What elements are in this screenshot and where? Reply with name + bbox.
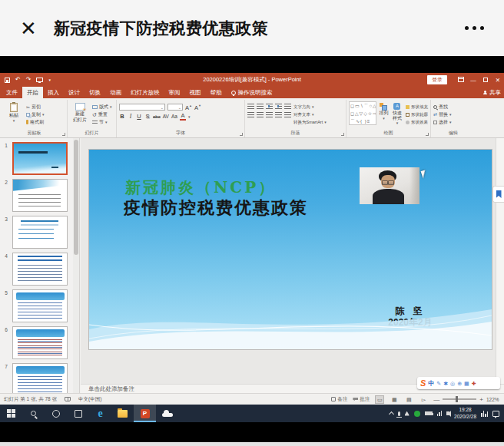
slide-thumbnail-3[interactable]: 3	[0, 216, 73, 249]
tell-me-search[interactable]: 操作说明搜索	[227, 87, 277, 98]
columns-icon[interactable]	[284, 112, 291, 118]
bold-button[interactable]: B	[119, 114, 125, 120]
edge-taskbar-button[interactable]: e	[89, 405, 111, 422]
action-center-icon[interactable]	[492, 411, 499, 417]
arrange-button[interactable]: 排列▾	[379, 101, 389, 130]
paragraph-dialog-launcher[interactable]	[341, 133, 344, 136]
select-button[interactable]: 选择▾	[433, 119, 452, 125]
zoom-percentage[interactable]: 122%	[486, 397, 500, 402]
italic-button[interactable]: I	[128, 114, 134, 120]
shape-effects-button[interactable]: 形状效果	[406, 119, 428, 125]
slide-sorter-view-button[interactable]: ▦	[390, 395, 399, 404]
clipboard-dialog-launcher[interactable]	[62, 133, 65, 136]
layout-button[interactable]: 版式▾	[92, 104, 112, 110]
maximize-button[interactable]	[479, 77, 492, 84]
language-indicator[interactable]: 中文(中国)	[78, 396, 101, 403]
ime-toolbox-icon[interactable]: ✚	[472, 381, 476, 386]
ime-keyboard-icon[interactable]: ▦	[464, 381, 469, 386]
shape-fill-button[interactable]: 形状填充	[406, 104, 428, 110]
strikethrough-button[interactable]: abc	[153, 114, 161, 119]
input-indicator-icon[interactable]	[481, 411, 488, 417]
line-spacing-icon[interactable]	[284, 104, 291, 110]
reading-view-button[interactable]: ▤	[404, 395, 413, 404]
copy-button[interactable]: 复制▾	[26, 111, 45, 117]
microphone-tray-icon[interactable]	[398, 411, 400, 416]
network-icon[interactable]	[437, 411, 443, 416]
tab-transitions[interactable]: 切换	[85, 87, 105, 98]
tab-slideshow[interactable]: 幻灯片放映	[126, 87, 164, 98]
task-view-button[interactable]	[67, 405, 89, 422]
tab-home[interactable]: 开始	[22, 87, 43, 98]
ime-symbol-icon[interactable]: ✱	[443, 381, 448, 386]
battery-icon[interactable]	[425, 411, 433, 415]
increase-indent-icon[interactable]	[275, 104, 282, 110]
sogou-logo-icon[interactable]: S	[420, 379, 426, 388]
minimize-button[interactable]: —	[467, 77, 479, 84]
file-explorer-taskbar-button[interactable]	[111, 405, 134, 422]
align-text-button[interactable]: 对齐文本▾	[293, 111, 337, 117]
powerpoint-taskbar-button[interactable]: P	[134, 405, 156, 422]
section-button[interactable]: 节▾	[92, 119, 112, 125]
reset-button[interactable]: ↺重置	[92, 111, 112, 117]
align-left-icon[interactable]	[247, 112, 254, 118]
justify-icon[interactable]	[275, 112, 282, 118]
taskbar-search-button[interactable]	[22, 405, 45, 422]
convert-smartart-button[interactable]: 转换为SmartArt▾	[293, 119, 337, 125]
slide-thumbnail-6[interactable]: 6	[0, 326, 73, 359]
font-size-select[interactable]: ⌄	[167, 104, 183, 111]
notification-bell-icon[interactable]	[405, 411, 410, 416]
cut-button[interactable]: ✂剪切	[26, 104, 45, 110]
ime-chinese-mode[interactable]: 中	[428, 379, 434, 388]
find-button[interactable]: 查找	[433, 104, 452, 110]
zoom-in-button[interactable]: +	[479, 396, 483, 403]
slideshow-view-button[interactable]: ▻	[419, 395, 428, 404]
tray-expand-icon[interactable]	[390, 411, 393, 416]
tab-help[interactable]: 帮助	[206, 87, 227, 98]
zoom-out-button[interactable]: —	[433, 396, 439, 403]
drawing-dialog-launcher[interactable]	[426, 133, 429, 136]
zoom-slider[interactable]	[443, 398, 476, 400]
bullets-icon[interactable]	[247, 104, 254, 110]
ribbon-display-options-icon[interactable]	[455, 76, 467, 84]
canvas-scrollbar[interactable]	[496, 138, 504, 384]
cloud-app-taskbar-button[interactable]	[156, 405, 178, 422]
decrease-indent-icon[interactable]	[266, 104, 273, 110]
replace-button[interactable]: ⇄替换▾	[433, 111, 452, 117]
notes-toggle-button[interactable]: 备注	[331, 396, 347, 403]
signin-button[interactable]: 登录	[427, 75, 447, 84]
start-button[interactable]	[0, 405, 22, 422]
close-icon[interactable]: ✕	[20, 18, 37, 38]
shape-outline-button[interactable]: 形状轮廓	[406, 111, 428, 117]
slide-editing-area[interactable]: 新冠肺炎（NCP） 疫情防控税费优惠政策 陈 坚 2020年2月	[89, 150, 492, 349]
text-direction-button[interactable]: 文字方向▾	[293, 104, 337, 110]
share-button[interactable]: 共享	[483, 87, 501, 98]
numbering-icon[interactable]	[257, 104, 264, 110]
comments-toggle-button[interactable]: 批注	[353, 396, 370, 403]
quick-styles-button[interactable]: A 快速样式▾	[391, 101, 403, 130]
tab-animations[interactable]: 动画	[105, 87, 126, 98]
antivirus-tray-icon[interactable]	[414, 411, 420, 417]
change-case-button[interactable]: Aa	[171, 114, 177, 120]
normal-view-button[interactable]: ▭	[375, 395, 384, 404]
text-shadow-button[interactable]: S	[144, 114, 151, 120]
more-menu-icon[interactable]	[465, 20, 484, 36]
decrease-font-button[interactable]: A▼	[194, 104, 201, 111]
thumbnail-scrollbar-thumb[interactable]	[74, 140, 78, 255]
window-close-button[interactable]: ✕	[492, 77, 504, 84]
slide-thumbnail-2[interactable]: 2	[0, 179, 73, 212]
bookmark-flyout-button[interactable]	[492, 186, 504, 203]
ime-mic-icon[interactable]: ⊕	[457, 381, 462, 386]
tab-insert[interactable]: 插入	[43, 87, 64, 98]
thumbnail-scrollbar[interactable]	[73, 138, 79, 393]
tab-file[interactable]: 文件	[2, 87, 22, 98]
tab-review[interactable]: 审阅	[164, 87, 185, 98]
underline-button[interactable]: U	[136, 114, 142, 120]
zoom-slider-thumb[interactable]	[456, 396, 458, 402]
cortana-button[interactable]	[45, 405, 67, 422]
ime-wheel-icon[interactable]: ◎	[450, 381, 455, 386]
taskbar-clock[interactable]: 19:28 2020/2/28	[454, 407, 476, 421]
ime-pen-icon[interactable]: ✎	[436, 381, 441, 386]
align-center-icon[interactable]	[257, 112, 264, 118]
tab-view[interactable]: 视图	[185, 87, 206, 98]
video-player[interactable]: ↶ ↷ ▾ 20200226培训[兼容模式] - PowerPoint 登录 —…	[0, 56, 504, 442]
